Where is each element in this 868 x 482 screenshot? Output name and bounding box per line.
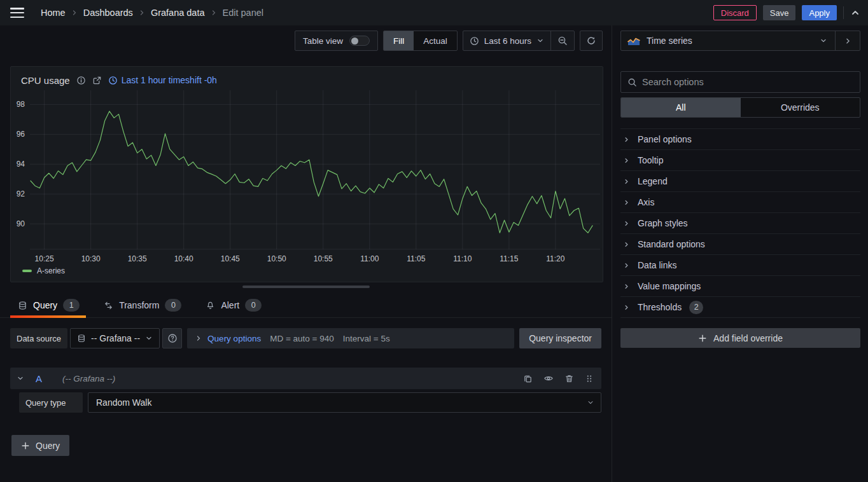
time-range-picker[interactable]: Last 6 hours [463,31,550,50]
option-legend[interactable]: Legend [620,171,860,192]
add-field-override-button[interactable]: Add field override [620,328,860,348]
chevron-right-icon [844,37,852,45]
eye-icon[interactable] [543,373,554,383]
search-icon [627,78,637,87]
chevron-right-icon [195,334,202,342]
duplicate-icon[interactable] [523,374,533,383]
cpu-usage-chart[interactable]: 909294969810:2510:3010:3510:4010:4510:50… [16,89,602,265]
datasource-picker[interactable]: -- Grafana -- [70,328,160,348]
breadcrumb-edit-panel: Edit panel [223,8,264,18]
breadcrumb-dashboards[interactable]: Dashboards [83,8,133,18]
query-inspector-button[interactable]: Query inspector [519,328,601,348]
legend-item-a-series[interactable]: A-series [16,265,598,277]
svg-text:94: 94 [17,160,25,169]
options-search [620,71,860,93]
chevron-right-icon [623,262,630,269]
option-graph-styles[interactable]: Graph styles [620,213,860,234]
interval-stat: Interval = 5s [343,334,390,343]
option-axis[interactable]: Axis [620,192,860,213]
svg-text:11:10: 11:10 [453,254,472,263]
chevron-down-icon[interactable] [17,375,24,382]
chevron-right-icon [71,9,78,17]
visualization-picker: Time series [620,31,860,51]
database-icon [77,334,86,343]
visualization-select[interactable]: Time series [621,36,812,46]
tab-query[interactable]: Query 1 [10,293,86,317]
svg-text:10:25: 10:25 [35,254,54,263]
max-data-points-stat: MD = auto = 940 [270,334,334,343]
refresh-button[interactable] [580,31,603,51]
datasource-help-button[interactable] [162,328,182,348]
chevron-right-icon [623,283,630,290]
chevron-up-icon[interactable] [850,8,860,18]
svg-text:10:40: 10:40 [174,254,193,263]
query-ref-id: A [36,373,42,384]
tab-transform[interactable]: Transform 0 [96,293,188,317]
display-mode-actual[interactable]: Actual [414,31,457,50]
options-list: Panel options Tooltip Legend Axis Graph … [620,128,860,318]
option-panel-options[interactable]: Panel options [620,129,860,150]
table-view-toggle[interactable] [349,36,370,46]
query-type-value: Random Walk [96,397,151,408]
display-mode-fill[interactable]: Fill [384,31,414,50]
chevron-right-icon [623,136,630,143]
save-button[interactable]: Save [763,5,796,20]
zoom-out-button[interactable] [551,31,574,50]
query-options-link[interactable]: Query options [195,334,261,343]
chevron-right-icon [623,304,630,311]
bell-icon [206,301,215,310]
chevron-right-icon [210,9,218,17]
legend-label: A-series [37,266,65,275]
cpu-usage-panel: CPU usage Last 1 hour timeshift -0h 9092… [10,66,603,282]
panel-resize-handle[interactable] [242,286,370,288]
refresh-icon [586,36,596,46]
tab-alert[interactable]: Alert 0 [198,293,268,317]
timeshift-link[interactable]: Last 1 hour timeshift -0h [108,75,217,85]
tab-transform-count: 0 [165,299,181,312]
filter-overrides[interactable]: Overrides [741,98,860,117]
option-value-mappings[interactable]: Value mappings [620,276,860,297]
tab-transform-label: Transform [119,300,159,310]
top-nav: Home Dashboards Grafana data Edit panel … [0,0,868,25]
breadcrumb: Home Dashboards Grafana data Edit panel [41,8,263,18]
query-row-a[interactable]: A (-- Grafana --) [10,368,601,389]
chevron-right-icon [623,157,630,164]
option-thresholds[interactable]: Thresholds 2 [620,297,860,318]
visualization-label: Time series [647,36,692,46]
question-circle-icon [167,333,178,343]
timeseries-viz-icon [627,36,640,46]
apply-button[interactable]: Apply [802,5,837,20]
query-editor: Data source -- Grafana -- Query options … [0,318,612,456]
drag-handle-icon[interactable] [585,374,594,383]
filter-all[interactable]: All [621,98,741,117]
chevron-down-icon [536,37,544,45]
svg-text:10:35: 10:35 [128,254,147,263]
svg-text:11:05: 11:05 [407,254,425,263]
query-row-actions [523,373,594,383]
timeshift-label: Last 1 hour timeshift -0h [122,75,217,85]
option-tooltip[interactable]: Tooltip [620,150,860,171]
editor-tabs: Query 1 Transform 0 Alert 0 [0,293,612,318]
option-standard-options[interactable]: Standard options [620,234,860,255]
database-icon [18,301,27,310]
plus-icon [698,334,707,343]
external-link-icon[interactable] [92,76,102,85]
breadcrumb-dashboard-name[interactable]: Grafana data [151,8,205,18]
trash-icon[interactable] [564,374,574,383]
menu-icon[interactable] [10,8,24,18]
svg-text:90: 90 [17,219,25,228]
breadcrumb-home[interactable]: Home [41,8,66,18]
chevron-right-icon [623,178,630,185]
info-icon[interactable] [76,76,86,85]
zoom-out-icon [557,36,568,46]
chevron-right-icon [623,199,630,206]
collapse-pane-button[interactable] [835,31,860,50]
query-type-select[interactable]: Random Walk [88,392,601,413]
search-input[interactable] [642,77,853,87]
add-query-button[interactable]: Query [11,435,69,456]
chevron-down-icon[interactable] [812,37,835,45]
query-type-row: Query type Random Walk [10,392,601,413]
thresholds-count-badge: 2 [689,301,703,314]
option-data-links[interactable]: Data links [620,255,860,276]
discard-button[interactable]: Discard [713,5,757,20]
